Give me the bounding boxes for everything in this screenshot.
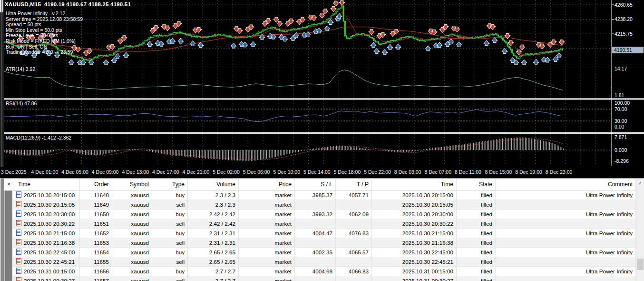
time-axis-label: 5 Dec 18:00: [334, 169, 361, 175]
column-header-type[interactable]: Type: [152, 179, 188, 191]
buy-order-icon: [16, 268, 21, 274]
macd-scale-label: 0.000: [615, 147, 627, 153]
table-row[interactable]: 2025.10.30 22:45:0011654xauusdbuy2.65 / …: [13, 248, 636, 257]
panel-separator: [4, 99, 644, 100]
cell-price: market: [239, 257, 295, 266]
cell-tp: 4057.71: [336, 191, 372, 200]
sell-order-icon: [16, 239, 21, 245]
toolbox-close-button[interactable]: ×: [5, 181, 12, 188]
cell-state: filled: [457, 267, 496, 276]
time-axis-label: 4 Dec 01:00: [31, 169, 59, 175]
table-row[interactable]: 2025.10.31 00:30:2711657xauusdsell2.7 / …: [13, 276, 636, 281]
cell-volume: 2.3 / 2.3: [188, 191, 239, 200]
column-header-sl[interactable]: S / L: [295, 179, 336, 191]
column-header-comment[interactable]: Comment: [496, 179, 636, 191]
cell-sl: [295, 257, 336, 266]
buy-arrow-icon: [502, 48, 507, 53]
column-header-time[interactable]: Time: [13, 179, 80, 191]
sell-arrow-icon: [277, 21, 283, 27]
cell-order: 11652: [80, 229, 112, 238]
buy-arrow-icon: [387, 44, 393, 50]
atr-name: ATR(14): [6, 66, 24, 72]
current-price-badge: 4190.51: [612, 47, 644, 53]
time-axis-label: 5 Dec 10:00: [273, 169, 300, 175]
column-header-state[interactable]: State: [457, 179, 496, 191]
buy-arrow-icon: [250, 41, 256, 47]
cell-time: 2025.10.30 22:45:21: [13, 257, 80, 266]
cell-order: 11649: [80, 200, 112, 209]
column-header-order[interactable]: Order: [80, 179, 112, 191]
time-axis-label: 5 Dec 14:00: [303, 169, 331, 175]
cell-time2: 2025.10.30 20:30:22: [372, 219, 457, 228]
cell-comment: [496, 200, 636, 209]
table-scrollbar[interactable]: ∧: [636, 179, 644, 281]
panel-separator: [4, 98, 644, 99]
cell-comment: Ultra Power Infinity: [496, 267, 636, 276]
rsi-scale-label: 30.00: [615, 118, 627, 124]
price-axis-label: 4215.75: [615, 31, 633, 37]
table-row[interactable]: 2025.10.30 21:15:0011652xauusdbuy2.31 / …: [13, 229, 636, 238]
buy-arrow-icon: [382, 49, 388, 54]
time-axis[interactable]: 3 Dec 20254 Dec 01:004 Dec 05:004 Dec 09…: [0, 167, 644, 178]
cell-comment: Ultra Power Infinity: [496, 248, 636, 257]
panel-separator: [4, 133, 644, 134]
table-header: TimeOrderSymbolTypeVolumePriceS / LT / P…: [13, 179, 636, 191]
chart-symbol-label: XAUUSD,M15: [5, 1, 41, 7]
cell-state: filled: [457, 229, 496, 238]
buy-arrow-icon: [123, 52, 129, 58]
table-row[interactable]: 2025.10.30 22:45:2111655xauusdsell2.65 /…: [13, 257, 636, 267]
cell-symbol: xauusd: [112, 248, 152, 257]
cell-state: filled: [457, 191, 496, 200]
cell-symbol: xauusd: [112, 229, 152, 238]
column-header-volume[interactable]: Volume: [188, 179, 239, 191]
cell-time2: 2025.10.31 00:15:00: [372, 267, 457, 276]
rsi-name: RSI(14): [6, 100, 23, 106]
cell-volume: 2.42 / 2.42: [188, 210, 239, 219]
cell-order: 11655: [80, 257, 112, 266]
column-header-symbol[interactable]: Symbol: [112, 179, 152, 191]
cell-tp: [336, 219, 372, 228]
table-row[interactable]: 2025.10.30 21:16:3811653xauusdsell2.31 /…: [13, 238, 636, 248]
cell-symbol: xauusd: [112, 276, 152, 281]
cell-order: 11650: [80, 210, 112, 219]
cell-price: market: [239, 219, 295, 228]
cell-type: buy: [152, 229, 188, 238]
table-row[interactable]: 2025.10.30 20:15:0511649xauusdsell2.3 / …: [13, 200, 636, 210]
cell-price: market: [239, 267, 295, 276]
table-row[interactable]: 2025.10.30 20:15:0011648xauusdbuy2.3 / 2…: [13, 191, 636, 200]
cell-type: buy: [152, 210, 188, 219]
cell-time: 2025.10.30 20:15:00: [13, 191, 80, 200]
rsi-value: 47.86: [24, 100, 37, 106]
column-header-price[interactable]: Price: [239, 179, 295, 191]
cell-tp: [336, 200, 372, 209]
cell-sl: [295, 238, 336, 247]
cell-time: 2025.10.30 20:30:00: [13, 210, 80, 219]
atr-panel-label: ATR(14) 3.92: [6, 66, 35, 72]
sell-order-icon: [16, 201, 21, 207]
cell-order: 11651: [80, 219, 112, 228]
macd-panel-label: MACD(12,26,9) -1.412 -2.362: [6, 135, 71, 140]
ea-info-line: Trading window = 0:0 -> 23:59: [6, 50, 83, 55]
cell-time: 2025.10.30 21:15:00: [13, 229, 80, 238]
column-header-tp[interactable]: T / P: [336, 179, 372, 191]
sell-arrow-icon: [516, 50, 522, 55]
cell-tp: [336, 257, 372, 266]
time-axis-label: 8 Dec 03:00: [394, 169, 421, 175]
sell-order-icon: [16, 220, 21, 226]
column-header-time[interactable]: Time: [372, 179, 457, 191]
time-axis-label: 4 Dec 17:00: [152, 169, 179, 175]
chart-canvas[interactable]: [4, 0, 644, 167]
chart-area[interactable]: XAUUSD,M15 4190.19 4190.67 4188.25 4190.…: [4, 0, 644, 178]
table-row[interactable]: 2025.10.30 20:30:0011650xauusdbuy2.42 / …: [13, 210, 636, 219]
table-body: 2025.10.30 20:15:0011648xauusdbuy2.3 / 2…: [13, 191, 636, 281]
table-row[interactable]: 2025.10.30 20:30:2211651xauusdsell2.42 /…: [13, 219, 636, 229]
table-row[interactable]: 2025.10.31 00:15:0011656xauusdbuy2.7 / 2…: [13, 267, 636, 276]
scroll-up-button[interactable]: ∧: [636, 180, 644, 187]
time-axis-label: 4 Dec 05:00: [61, 169, 88, 175]
rsi-line: [4, 110, 563, 121]
cell-comment: Ultra Power Infinity: [496, 229, 636, 238]
cell-price: market: [239, 200, 295, 209]
buy-arrow-icon: [456, 41, 462, 47]
scrollbar-thumb[interactable]: [637, 259, 644, 270]
time-axis-label: 8 Dec 19:00: [515, 169, 542, 175]
